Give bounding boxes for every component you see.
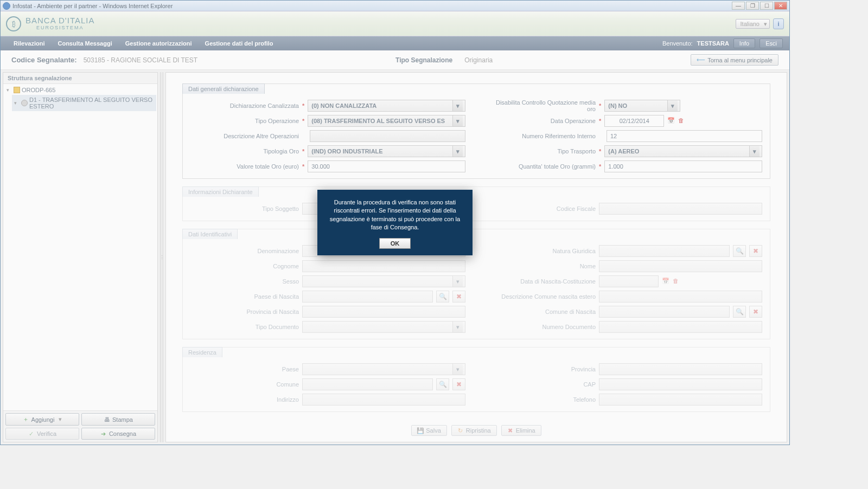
app-window: Infostat - Ambiente per il partner - Win… xyxy=(0,0,790,445)
modal-message: Durante la procedura di verifica non son… xyxy=(325,198,465,232)
verify-success-modal: Durante la procedura di verifica non son… xyxy=(317,190,473,256)
modal-overlay: Durante la procedura di verifica non son… xyxy=(1,1,789,445)
modal-ok-button[interactable]: OK xyxy=(379,238,411,249)
